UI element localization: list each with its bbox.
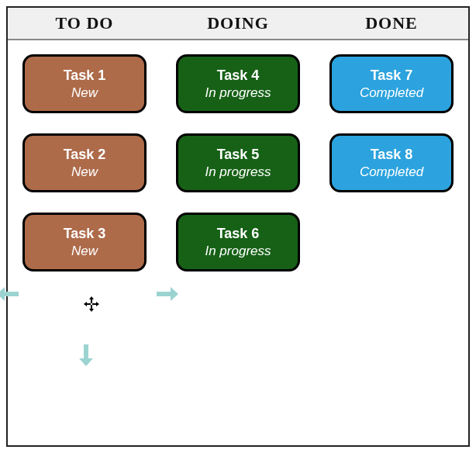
board-header: To Do Doing Done [8,8,468,40]
task-card[interactable]: Task 7 Completed [329,54,454,113]
task-title: Task 6 [217,226,260,242]
task-status: In progress [205,85,271,101]
column-header-todo: To Do [8,8,161,39]
drag-hint-arrow-left-icon [0,285,19,303]
task-status: In progress [205,244,271,259]
task-title: Task 2 [64,147,106,163]
task-card[interactable]: Task 4 In progress [176,54,300,113]
task-card[interactable]: Task 8 Completed [329,133,454,192]
move-cursor-icon [84,296,99,312]
task-title: Task 3 [64,226,106,242]
task-title: Task 7 [371,67,413,84]
task-card[interactable]: Task 1 New [22,54,147,113]
task-card[interactable]: Task 5 In progress [176,133,300,192]
task-card[interactable]: Task 2 New [22,133,147,192]
board-columns: Task 1 New Task 2 New Task 3 New [8,40,468,447]
task-title: Task 8 [371,147,413,163]
drag-hint-arrow-down-icon [78,344,95,366]
task-title: Task 1 [64,67,106,84]
task-status: Completed [360,85,423,101]
column-done[interactable]: Task 7 Completed Task 8 Completed [315,40,468,447]
task-status: New [71,85,98,101]
column-doing[interactable]: Task 4 In progress Task 5 In progress Ta… [161,40,315,447]
task-title: Task 5 [217,147,260,163]
kanban-board: To Do Doing Done Task 1 New Task 2 New T… [6,6,470,447]
task-status: New [71,244,98,259]
task-card-dragging[interactable]: Task 3 New [22,213,147,271]
task-card[interactable]: Task 6 In progress [176,213,300,271]
task-title: Task 4 [217,67,260,84]
column-header-done: Done [315,8,468,39]
task-status: In progress [205,164,271,180]
task-status: Completed [360,164,423,180]
task-status: New [71,164,98,180]
column-todo[interactable]: Task 1 New Task 2 New Task 3 New [8,40,161,447]
column-header-doing: Doing [161,8,315,39]
